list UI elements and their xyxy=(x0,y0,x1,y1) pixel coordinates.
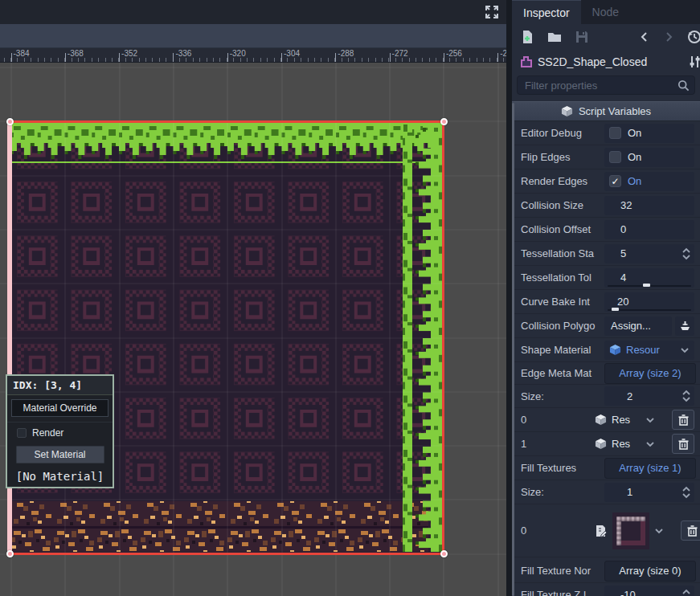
resource-name[interactable]: Res xyxy=(612,414,630,426)
resource-name: Resour xyxy=(626,344,660,356)
shape-edge-right[interactable] xyxy=(442,120,444,554)
editor-debug-checkbox[interactable] xyxy=(609,127,621,139)
expand-icon[interactable] xyxy=(484,4,500,20)
set-material-button[interactable]: Set Material xyxy=(16,446,104,463)
curve-bake-interval-field[interactable]: 20 xyxy=(604,292,694,312)
slider-track[interactable] xyxy=(608,309,691,311)
tab-inspector[interactable]: Inspector xyxy=(512,0,581,24)
slider-grabber[interactable] xyxy=(612,308,619,311)
shape-edge-top[interactable] xyxy=(10,120,445,123)
property-label: Tessellation Tol xyxy=(521,271,604,284)
tab-node[interactable]: Node xyxy=(581,0,630,24)
trash-icon xyxy=(687,525,698,537)
shape-material-field[interactable]: Resour xyxy=(604,341,694,360)
chevron-down-icon[interactable] xyxy=(680,345,690,355)
fill-texture-thumbnail[interactable] xyxy=(612,512,649,549)
load-resource-icon[interactable] xyxy=(547,30,562,44)
property-edge-meta-materials: Edge Meta Mat Array (size 2) xyxy=(512,362,700,385)
ss2d-shape[interactable] xyxy=(10,121,444,554)
fill-textures-size-field[interactable]: 1 xyxy=(604,483,694,502)
edge-meta-size-field[interactable]: 2 xyxy=(604,386,694,406)
fill-textures-array-button[interactable]: Array (size 1) xyxy=(604,458,696,479)
object-name: SS2D_Shape_Closed xyxy=(538,55,647,68)
flip-edges-checkbox[interactable] xyxy=(609,151,621,163)
history-forward-icon[interactable] xyxy=(663,30,674,44)
ruler-major-tick xyxy=(335,53,336,62)
editor-top-strip xyxy=(0,0,506,24)
property-tessellation-stages: Tessellation Sta 5 xyxy=(512,242,700,266)
chevron-down-icon[interactable] xyxy=(654,526,664,536)
property-label: Editor Debug xyxy=(521,127,604,139)
vertex-handle-bottom-left[interactable] xyxy=(6,550,14,557)
tessellation-stages-field[interactable]: 5 xyxy=(604,244,694,263)
godot-editor: -384-368-352-336-320-304-288-272-256-240 xyxy=(0,0,700,596)
ruler-major-tick xyxy=(444,53,444,62)
trash-icon xyxy=(678,414,689,426)
vertex-handle-top-right[interactable] xyxy=(440,118,448,125)
property-fill-texture-normals: Fill Texture Nor Array (size 0) xyxy=(512,559,700,583)
dock-splitter[interactable] xyxy=(506,0,512,596)
assign-picker-button[interactable] xyxy=(675,316,694,336)
spinner-icon[interactable] xyxy=(682,486,691,499)
item-index: 0 xyxy=(521,525,595,537)
collision-size-field[interactable]: 32 xyxy=(604,196,694,215)
tessellation-tolerance-field[interactable]: 4 xyxy=(604,268,694,288)
property-fill-texture-z-index: Fill Texture Z I -10 xyxy=(512,583,700,596)
edited-object-row[interactable]: SS2D_Shape_Closed xyxy=(512,50,700,74)
viewport-column: -384-368-352-336-320-304-288-272-256-240 xyxy=(0,0,506,596)
inspector-scrollbar[interactable] xyxy=(512,103,514,596)
property-label: Fill Texture Nor xyxy=(521,565,604,577)
edge-index-label: IDX: [3, 4] xyxy=(7,376,113,395)
item-index: 1 xyxy=(521,438,595,450)
fill-texture-normals-array-button[interactable]: Array (size 0) xyxy=(604,561,696,582)
viewport-canvas[interactable]: IDX: [3, 4] Material Override Render Set… xyxy=(0,63,506,596)
spinner-icon[interactable] xyxy=(682,390,691,402)
slider-grabber[interactable] xyxy=(643,284,650,287)
vertex-handle-top-left[interactable] xyxy=(6,118,14,125)
ruler-label: -288 xyxy=(338,49,354,58)
category-script-variables[interactable]: Script Variables xyxy=(512,101,700,121)
field-value: -10 xyxy=(620,589,636,596)
delete-item-button[interactable] xyxy=(672,434,694,454)
render-edges-checkbox[interactable]: ✓ xyxy=(609,175,621,187)
object-history-icon[interactable] xyxy=(687,30,700,44)
fill-texture-z-index-field[interactable]: -10 xyxy=(604,586,694,596)
filter-properties-input[interactable] xyxy=(518,76,694,94)
object-tools-icon[interactable] xyxy=(688,55,700,69)
edit-texture-icon[interactable] xyxy=(595,525,608,537)
shape-edge-left-selected[interactable] xyxy=(7,121,12,553)
render-checkbox[interactable] xyxy=(17,428,27,438)
history-back-icon[interactable] xyxy=(639,30,650,44)
property-collision-size: Collision Size 32 xyxy=(512,194,700,218)
resource-name[interactable]: Res xyxy=(612,438,630,450)
collision-offset-field[interactable]: 0 xyxy=(604,220,694,239)
spinner-icon[interactable] xyxy=(682,589,691,596)
assign-button[interactable]: Assign... xyxy=(604,316,672,336)
delete-item-button[interactable] xyxy=(672,410,694,430)
inspector-toolbar xyxy=(512,24,700,50)
property-label: Flip Edges xyxy=(521,151,604,163)
ruler-major-tick xyxy=(173,53,174,62)
material-override-button[interactable]: Material Override xyxy=(11,399,108,417)
trash-icon xyxy=(678,439,689,450)
grass-edge-right xyxy=(403,123,443,552)
property-editor-debug: Editor Debug On xyxy=(512,121,700,145)
delete-item-button[interactable] xyxy=(681,520,700,541)
dirt-edge-texture xyxy=(10,501,428,552)
edge-meta-item-0: 0 Res xyxy=(512,408,700,432)
edge-meta-array-button[interactable]: Array (size 2) xyxy=(604,363,696,384)
shape-edge-bottom[interactable] xyxy=(10,553,444,555)
ruler-label: -320 xyxy=(230,49,246,58)
ruler-label: -304 xyxy=(284,49,300,58)
spinner-icon[interactable] xyxy=(682,247,691,260)
new-resource-icon[interactable] xyxy=(520,30,534,44)
save-resource-icon[interactable] xyxy=(575,30,589,44)
checkbox-text: On xyxy=(628,127,641,139)
slider-track[interactable] xyxy=(608,285,691,287)
vertex-handle-bottom-right[interactable] xyxy=(440,550,448,557)
chevron-down-icon[interactable] xyxy=(645,415,655,425)
edge-meta-size-row: Size: 2 xyxy=(512,385,700,408)
chevron-down-icon[interactable] xyxy=(645,439,655,449)
ruler-major-tick xyxy=(281,53,282,62)
property-collision-polygon: Collision Polygo Assign... xyxy=(512,314,700,338)
